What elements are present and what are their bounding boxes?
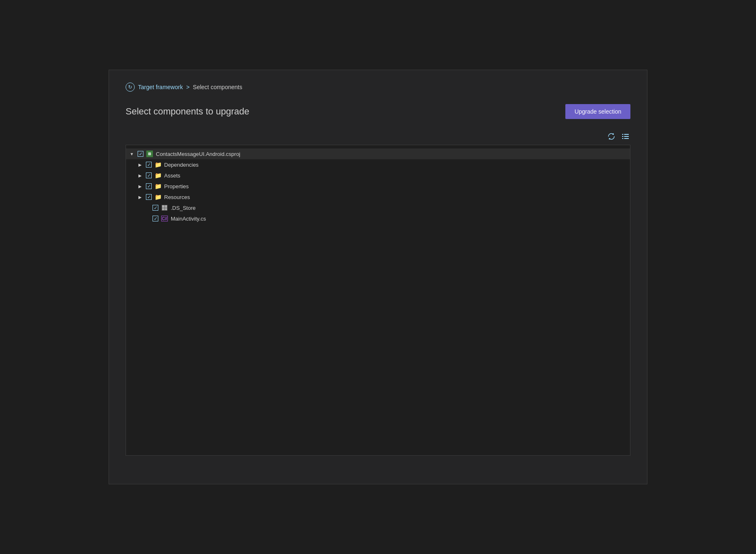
- tree-container: ▼ ⊞ ContactsMessageUI.Android.csproj ▶ 📁…: [126, 145, 630, 456]
- dependencies-checkbox[interactable]: [146, 162, 152, 168]
- header-row: Select components to upgrade Upgrade sel…: [126, 104, 630, 119]
- dependencies-label: Dependencies: [164, 162, 199, 168]
- csharp-file-icon: C#: [161, 215, 168, 222]
- tree-row[interactable]: ▶ 📁 Assets: [134, 170, 630, 181]
- page-container: ↻ Target framework > Select components S…: [109, 70, 647, 484]
- properties-checkbox[interactable]: [146, 183, 152, 189]
- tree-row[interactable]: ▶ 📁 Properties: [134, 181, 630, 192]
- dsstore-checkbox[interactable]: [153, 205, 158, 211]
- tree-row[interactable]: ▶ C# MainActivity.cs: [141, 213, 630, 224]
- resources-label: Resources: [164, 194, 190, 200]
- properties-label: Properties: [164, 183, 189, 190]
- root-expand-arrow[interactable]: ▼: [128, 151, 135, 157]
- assets-expand-arrow[interactable]: ▶: [137, 172, 143, 179]
- grid-file-icon: [161, 204, 168, 211]
- upgrade-selection-button[interactable]: Upgrade selection: [565, 104, 630, 119]
- assets-checkbox[interactable]: [146, 173, 152, 178]
- page-title: Select components to upgrade: [126, 106, 249, 117]
- dependencies-expand-arrow[interactable]: ▶: [137, 161, 143, 168]
- breadcrumb-separator: >: [186, 84, 189, 90]
- breadcrumb-parent[interactable]: Target framework: [138, 84, 183, 90]
- refresh-icon[interactable]: [606, 131, 616, 141]
- tree-row[interactable]: ▶ 📁 Resources: [134, 192, 630, 202]
- svg-rect-2: [622, 136, 623, 137]
- breadcrumb: ↻ Target framework > Select components: [126, 83, 630, 92]
- back-button[interactable]: ↻: [126, 83, 135, 92]
- mainactivity-checkbox[interactable]: [153, 216, 158, 221]
- folder-icon: 📁: [154, 194, 162, 200]
- tree-row[interactable]: ▶ .DS_Store: [141, 202, 630, 213]
- mainactivity-label: MainActivity.cs: [171, 216, 206, 222]
- resources-checkbox[interactable]: [146, 194, 152, 200]
- breadcrumb-current: Select components: [193, 84, 242, 90]
- folder-icon: 📁: [154, 172, 162, 179]
- root-label: ContactsMessageUI.Android.csproj: [156, 151, 240, 157]
- toolbar-row: [126, 131, 630, 141]
- tree-root-row[interactable]: ▼ ⊞ ContactsMessageUI.Android.csproj: [126, 148, 630, 159]
- folder-icon: 📁: [154, 183, 162, 190]
- tree-row[interactable]: ▶ 📁 Dependencies: [134, 159, 630, 170]
- svg-rect-4: [622, 138, 623, 139]
- svg-rect-1: [624, 134, 629, 135]
- assets-label: Assets: [164, 173, 180, 179]
- resources-expand-arrow[interactable]: ▶: [137, 194, 143, 200]
- dsstore-label: .DS_Store: [171, 205, 196, 211]
- properties-expand-arrow[interactable]: ▶: [137, 183, 143, 190]
- project-icon: ⊞: [146, 151, 153, 157]
- svg-rect-0: [622, 134, 623, 135]
- svg-rect-3: [624, 136, 629, 137]
- root-checkbox[interactable]: [138, 151, 143, 157]
- folder-icon: 📁: [154, 161, 162, 168]
- svg-rect-5: [624, 138, 629, 139]
- list-view-icon[interactable]: [620, 131, 630, 141]
